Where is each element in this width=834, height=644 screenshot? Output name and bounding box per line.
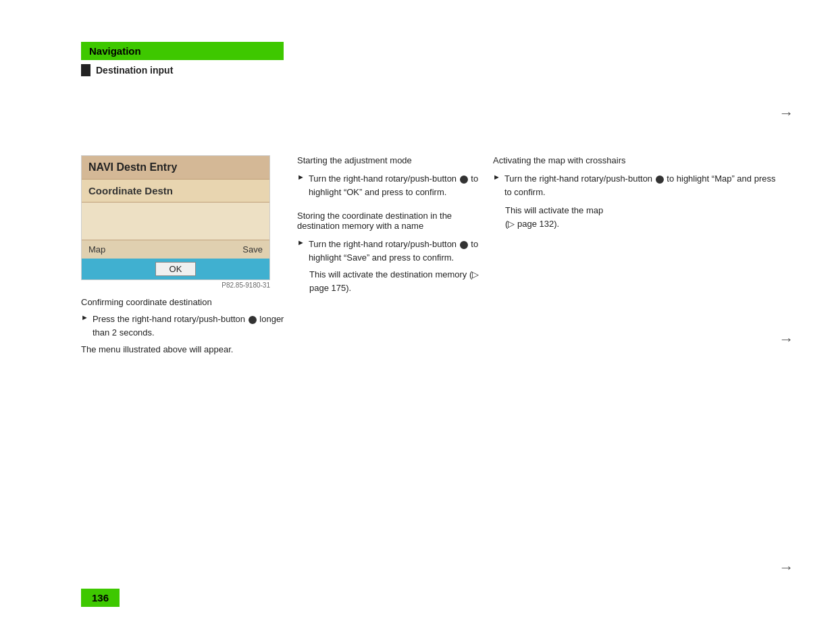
image-caption: P82.85-9180-31	[81, 281, 270, 289]
navi-screen-row1: NAVI Destn Entry	[82, 156, 269, 180]
mid-bullet-2-text: Turn the right-hand rotary/push-button t…	[309, 238, 479, 264]
mid-bullet-1: ► Turn the right-hand rotary/push-button…	[297, 172, 479, 198]
section-header: Destination input	[81, 64, 284, 76]
mid-bullet-arrow-2: ►	[297, 238, 305, 246]
corner-arrow-bottom-icon: ←	[779, 559, 793, 576]
right-sub-text-1: This will activate the map (▷ page 132).	[493, 204, 780, 230]
mid-bullet-1-text: Turn the right-hand rotary/push-button t…	[309, 172, 479, 198]
main-content: NAVI Destn Entry Coordinate Destn Map Sa…	[81, 155, 780, 356]
nav-title-bar: Navigation	[81, 42, 284, 60]
navi-screen-ok-area: OK	[82, 259, 269, 279]
navi-footer-save: Save	[242, 244, 263, 254]
mid-column: Starting the adjustment mode ► Turn the …	[290, 155, 479, 356]
rotary-icon-3	[460, 241, 468, 249]
left-bullet-1: ► Press the right-hand rotary/push-butto…	[81, 313, 290, 339]
mid-sub-text-2: This will activate the destination memor…	[297, 268, 479, 294]
navi-ok-button: OK	[155, 262, 197, 276]
right-bullet-arrow-1: ►	[493, 173, 500, 181]
section-title: Destination input	[96, 65, 173, 76]
left-column: NAVI Destn Entry Coordinate Destn Map Sa…	[81, 155, 290, 356]
nav-title: Navigation	[89, 45, 141, 57]
rotary-icon-1	[249, 316, 257, 324]
mid-bullet-arrow-1: ►	[297, 173, 305, 181]
right-bullet-1-text: Turn the right-hand rotary/push-button t…	[504, 172, 780, 198]
navi-screen-row2: Coordinate Destn	[82, 180, 269, 203]
bullet-arrow-icon-1: ►	[81, 313, 88, 321]
rotary-icon-4	[656, 176, 664, 184]
right-sub-line1: This will activate the map	[505, 205, 603, 215]
mid-section-title-2: Storing the coordinate destination in th…	[297, 211, 479, 231]
nav-header: Navigation Destination input	[81, 42, 284, 76]
section-block-icon	[81, 64, 90, 76]
navi-screen-spacer	[82, 203, 269, 240]
navi-screen-footer: Map Save	[82, 240, 269, 259]
right-column: Activating the map with crosshairs ► Tur…	[479, 155, 780, 356]
navi-screen: NAVI Destn Entry Coordinate Destn Map Sa…	[81, 155, 270, 280]
mid-bullet-2: ► Turn the right-hand rotary/push-button…	[297, 238, 479, 264]
page-number: 136	[92, 592, 109, 603]
page-number-box: 136	[81, 589, 120, 607]
left-bullet-1-text: Press the right-hand rotary/push-button …	[93, 313, 290, 339]
left-sub-text-1: The menu illustrated above will appear.	[81, 343, 290, 356]
right-bullet-1: ► Turn the right-hand rotary/push-button…	[493, 172, 780, 198]
right-sub-line2: (▷ page 132).	[505, 219, 559, 229]
mid-section-title-1: Starting the adjustment mode	[297, 155, 479, 165]
navi-footer-map: Map	[88, 244, 105, 254]
corner-arrow-top-icon: ←	[779, 105, 793, 122]
confirming-title: Confirming coordinate destination	[81, 297, 270, 307]
corner-arrow-mid-icon: ←	[779, 331, 793, 348]
rotary-icon-2	[460, 176, 468, 184]
right-section-title-1: Activating the map with crosshairs	[493, 155, 780, 165]
